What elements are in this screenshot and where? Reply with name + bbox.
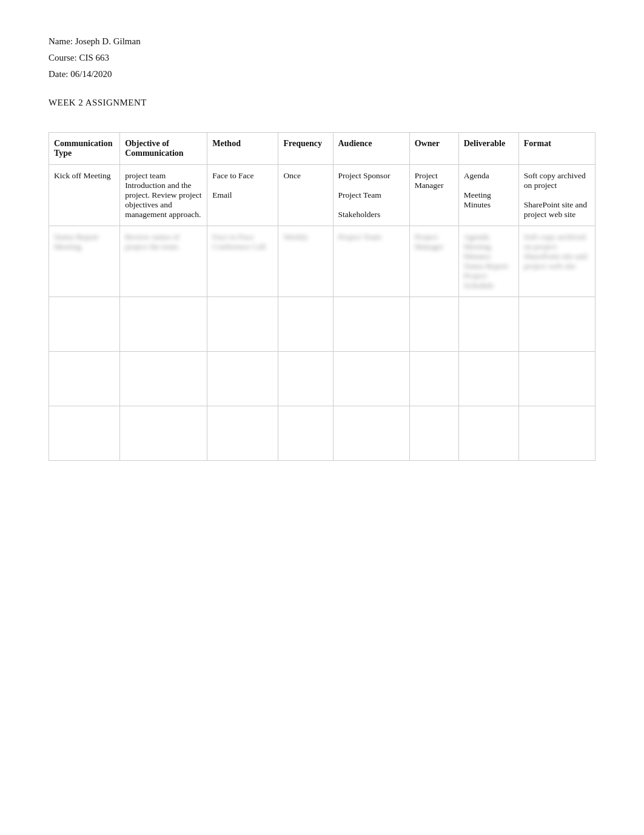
cell-comm_type <box>49 297 120 352</box>
cell-format <box>518 297 595 352</box>
cell-audience: Project SponsorProject TeamStakeholders <box>333 165 409 226</box>
col-header-deliverable: Deliverable <box>458 133 518 165</box>
cell-format: Soft copy archived on projectSharePoint … <box>518 165 595 226</box>
col-header-objective: Objective of Communication <box>120 133 207 165</box>
col-header-format: Format <box>518 133 595 165</box>
cell-comm_type <box>49 352 120 406</box>
cell-comm_type: Kick off Meeting <box>49 165 120 226</box>
col-header-frequency: Frequency <box>278 133 333 165</box>
cell-objective <box>120 352 207 406</box>
col-header-owner: Owner <box>409 133 458 165</box>
col-header-audience: Audience <box>333 133 409 165</box>
cell-owner <box>409 352 458 406</box>
cell-objective <box>120 297 207 352</box>
cell-objective <box>120 406 207 461</box>
cell-deliverable <box>458 297 518 352</box>
cell-frequency: Once <box>278 165 333 226</box>
cell-frequency: Weekly <box>278 226 333 297</box>
table-row <box>49 406 595 461</box>
date-label: Date: 06/14/2020 <box>49 69 595 79</box>
cell-frequency <box>278 406 333 461</box>
cell-deliverable: AgendaMeeting Minutes <box>458 165 518 226</box>
table-row: Kick off Meetingproject team Introductio… <box>49 165 595 226</box>
cell-format <box>518 352 595 406</box>
cell-owner: Project Manager <box>409 165 458 226</box>
week-title: WEEK 2 ASSIGNMENT <box>49 98 595 108</box>
cell-method <box>207 352 278 406</box>
cell-frequency <box>278 352 333 406</box>
cell-owner <box>409 297 458 352</box>
cell-format <box>518 406 595 461</box>
course-label: Course: CIS 663 <box>49 53 595 63</box>
cell-method: Face to FaceConference Call <box>207 226 278 297</box>
cell-deliverable: AgendaMeeting MinutesStatus ReportProjec… <box>458 226 518 297</box>
cell-comm_type <box>49 406 120 461</box>
table-row <box>49 297 595 352</box>
cell-method: Face to FaceEmail <box>207 165 278 226</box>
cell-audience <box>333 406 409 461</box>
cell-audience: Project Team <box>333 226 409 297</box>
name-label: Name: Joseph D. Gilman <box>49 36 595 47</box>
cell-format: Soft copy archived on project SharePoint… <box>518 226 595 297</box>
cell-audience <box>333 352 409 406</box>
table-header-row: Communication Type Objective of Communic… <box>49 133 595 165</box>
cell-deliverable <box>458 406 518 461</box>
table-row <box>49 352 595 406</box>
header-info: Name: Joseph D. Gilman Course: CIS 663 D… <box>49 36 595 79</box>
cell-method <box>207 297 278 352</box>
cell-frequency <box>278 297 333 352</box>
col-header-method: Method <box>207 133 278 165</box>
cell-audience <box>333 297 409 352</box>
col-header-comm-type: Communication Type <box>49 133 120 165</box>
cell-owner: Project Manager <box>409 226 458 297</box>
cell-method <box>207 406 278 461</box>
cell-deliverable <box>458 352 518 406</box>
table-row: Status Report MeetingReview status of pr… <box>49 226 595 297</box>
cell-objective: project team Introduction and the projec… <box>120 165 207 226</box>
cell-comm_type: Status Report Meeting <box>49 226 120 297</box>
communication-plan-table: Communication Type Objective of Communic… <box>49 132 595 461</box>
cell-objective: Review status of project the team. <box>120 226 207 297</box>
cell-owner <box>409 406 458 461</box>
